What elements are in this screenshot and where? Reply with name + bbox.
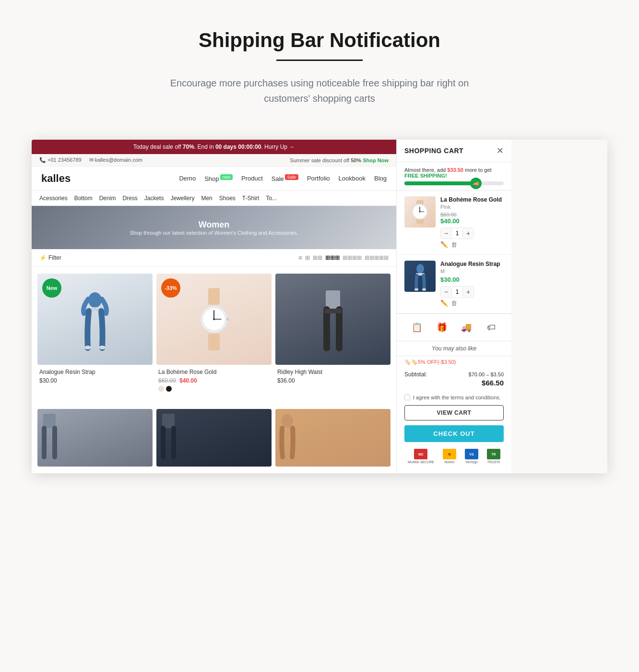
- nav-product[interactable]: Product: [241, 175, 263, 182]
- product-badge-sale: -33%: [161, 278, 180, 298]
- qty-increase-button[interactable]: +: [463, 228, 473, 239]
- page-subtitle: Encourage more purchases using noticeabl…: [156, 75, 483, 106]
- delete-icon[interactable]: 🗑: [451, 300, 459, 307]
- contact-left: 📞 +01 23456789 ✉ kalles@domain.com: [39, 157, 142, 163]
- terms-checkbox[interactable]: [404, 395, 410, 400]
- svg-point-27: [422, 288, 426, 290]
- cart-item-details: Analogue Resin Strap M $30.00 − 1 + ✏️ 🗑: [440, 261, 504, 307]
- jogger-svg: [78, 281, 112, 358]
- product-price: $36.00: [277, 377, 389, 384]
- hero-title: Women: [199, 220, 230, 230]
- cat-shoes[interactable]: Shoes: [219, 195, 236, 202]
- contact-bar: 📞 +01 23456789 ✉ kalles@domain.com Summe…: [32, 154, 396, 167]
- also-like-label: You may also like: [432, 345, 476, 352]
- contact-right: Summer sale discount off 50% Shop Now: [290, 157, 389, 163]
- color-dot[interactable]: [166, 386, 172, 392]
- grid-3col-icon[interactable]: ⊞⊞: [313, 254, 322, 261]
- nav-lookbook[interactable]: Lookbook: [339, 175, 366, 182]
- filter-button[interactable]: ⚡ Filter: [39, 254, 61, 261]
- cat-more[interactable]: To...: [266, 195, 277, 202]
- cat-men[interactable]: Men: [201, 195, 212, 202]
- cart-item: La Bohème Rose Gold Pink $60.00 $40.00 −…: [397, 191, 511, 255]
- svg-rect-4: [208, 288, 220, 305]
- nav-blog[interactable]: Blog: [374, 175, 387, 182]
- truste-icon: TR: [487, 449, 500, 459]
- norton-label: Norton: [444, 460, 454, 464]
- cat-bottom[interactable]: Bottom: [74, 195, 93, 202]
- nav-portfolio[interactable]: Portfolio: [307, 175, 330, 182]
- cart-item-old-price: $60.00: [440, 212, 504, 217]
- grid-list-icon[interactable]: ≡: [298, 254, 302, 262]
- discount-row: 🏷️🏷️5% OFF(-$3.50): [397, 356, 511, 368]
- item-svg: [156, 409, 180, 462]
- cat-accessories[interactable]: Acessories: [39, 195, 68, 202]
- grid-6col-icon[interactable]: ⊞⊞⊞⊞⊞: [365, 254, 389, 261]
- nav-shop[interactable]: Shopnew: [204, 175, 233, 182]
- cart-feature-shipping-icon[interactable]: 🚚: [458, 319, 475, 336]
- item-svg: [275, 409, 299, 462]
- page-title: Shipping Bar Notification: [19, 29, 620, 52]
- qty-increase-button[interactable]: +: [463, 287, 473, 297]
- edit-icon[interactable]: ✏️: [440, 241, 448, 249]
- qty-decrease-button[interactable]: −: [441, 228, 451, 239]
- cart-title: SHOPPING CART: [404, 147, 463, 155]
- product-price: $30.00: [39, 377, 151, 384]
- subtotal-row: Subtotal: $70.00 – $3.50: [404, 371, 504, 378]
- svg-point-24: [416, 264, 424, 274]
- edit-icon[interactable]: ✏️: [440, 300, 448, 307]
- cat-jewellery[interactable]: Jewellery: [170, 195, 194, 202]
- delete-icon[interactable]: 🗑: [451, 241, 459, 249]
- cat-dress[interactable]: Dress: [122, 195, 137, 202]
- demo-container: Today deal sale off 70%. End in 00 days …: [32, 140, 607, 473]
- svg-point-2: [84, 346, 91, 349]
- item-icon-actions: ✏️ 🗑: [440, 241, 504, 249]
- product-name: La Bohème Rose Gold: [158, 369, 270, 375]
- cat-denim[interactable]: Denim: [99, 195, 116, 202]
- color-dot[interactable]: [158, 386, 164, 392]
- product-image-small[interactable]: [275, 409, 390, 467]
- svg-point-23: [419, 211, 421, 213]
- product-image-small[interactable]: [156, 409, 272, 467]
- product-image-small[interactable]: [37, 409, 153, 467]
- svg-rect-11: [226, 318, 229, 321]
- filter-icon: ⚡: [39, 254, 47, 261]
- subtotal-section: Subtotal: $70.00 – $3.50 $66.50: [397, 368, 511, 392]
- cart-item-price: $30.00: [440, 276, 504, 283]
- progress-fill: [404, 181, 479, 185]
- cart-feature-tag-icon[interactable]: 🏷: [483, 319, 500, 336]
- cart-feature-gift-icon[interactable]: 🎁: [433, 319, 450, 336]
- announcement-text: Today deal sale off 70%. End in 00 days …: [133, 144, 295, 150]
- product-image[interactable]: -33%: [156, 274, 272, 365]
- product-price: $60.00 $40.00: [158, 377, 270, 384]
- product-card: -33%: [156, 274, 272, 396]
- watch-svg: [195, 286, 233, 353]
- svg-rect-13: [324, 309, 342, 313]
- cart-item-details: La Bohème Rose Gold Pink $60.00 $40.00 −…: [440, 196, 504, 249]
- hero-section: Women Shop through our latest selection …: [32, 206, 396, 249]
- cart-item-actions: − 1 +: [440, 286, 504, 298]
- product-image[interactable]: [275, 274, 390, 365]
- color-swatches: [158, 386, 270, 392]
- checkout-button[interactable]: CHECK OUT: [404, 425, 504, 442]
- grid-4col-icon[interactable]: ⊞⊞⊞: [325, 254, 340, 261]
- cart-watch-svg: [407, 199, 433, 225]
- cart-feature-wishlist-icon[interactable]: 📋: [408, 319, 426, 336]
- filter-label: Filter: [48, 254, 61, 261]
- nav-demo[interactable]: Demo: [179, 175, 196, 182]
- product-image[interactable]: New: [37, 274, 153, 365]
- item-svg: [37, 409, 61, 462]
- cat-jackets[interactable]: Jackets: [144, 195, 164, 202]
- qty-decrease-button[interactable]: −: [441, 287, 451, 297]
- shipping-amount: $33.50: [447, 167, 463, 173]
- cat-tshirt[interactable]: T-Shirt: [242, 195, 259, 202]
- grid-2col-icon[interactable]: ⊞: [305, 254, 310, 261]
- mcafee-icon: MC: [414, 449, 427, 459]
- filter-bar: ⚡ Filter ≡ ⊞ ⊞⊞ ⊞⊞⊞ ⊞⊞⊞⊞ ⊞⊞⊞⊞⊞: [32, 249, 396, 267]
- grid-5col-icon[interactable]: ⊞⊞⊞⊞: [343, 254, 362, 261]
- nav-sale[interactable]: SaleSale: [272, 175, 298, 182]
- view-cart-button[interactable]: VIEW CART: [404, 405, 504, 420]
- free-shipping-label: FREE SHIPPING!: [404, 173, 447, 179]
- cart-item-variant: M: [440, 268, 504, 274]
- cart-close-button[interactable]: ✕: [497, 146, 504, 155]
- qty-value: 1: [451, 229, 463, 238]
